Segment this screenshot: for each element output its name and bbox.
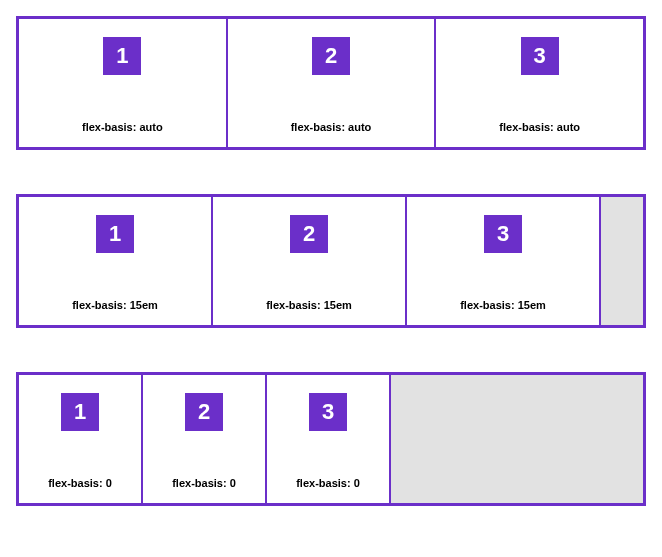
flex-example-zero: 1 flex-basis: 0 2 flex-basis: 0 3 flex-b…	[16, 372, 646, 506]
flex-item: 3 flex-basis: 0	[267, 375, 391, 503]
item-caption: flex-basis: auto	[82, 121, 163, 133]
flex-item: 2 flex-basis: 15em	[213, 197, 407, 325]
item-number-badge: 3	[309, 393, 347, 431]
item-number-badge: 1	[61, 393, 99, 431]
flex-example-auto: 1 flex-basis: auto 2 flex-basis: auto 3 …	[16, 16, 646, 150]
item-number-badge: 3	[484, 215, 522, 253]
item-number-badge: 1	[96, 215, 134, 253]
item-caption: flex-basis: 0	[48, 477, 112, 489]
flex-item: 2 flex-basis: auto	[228, 19, 437, 147]
flex-example-15em: 1 flex-basis: 15em 2 flex-basis: 15em 3 …	[16, 194, 646, 328]
flex-item: 1 flex-basis: auto	[19, 19, 228, 147]
flex-item: 2 flex-basis: 0	[143, 375, 267, 503]
flex-item: 1 flex-basis: 0	[19, 375, 143, 503]
item-caption: flex-basis: auto	[291, 121, 372, 133]
item-number-badge: 1	[103, 37, 141, 75]
flex-item: 3 flex-basis: auto	[436, 19, 643, 147]
item-caption: flex-basis: 15em	[266, 299, 352, 311]
flex-item: 1 flex-basis: 15em	[19, 197, 213, 325]
flex-item: 3 flex-basis: 15em	[407, 197, 601, 325]
item-caption: flex-basis: 15em	[72, 299, 158, 311]
item-number-badge: 3	[521, 37, 559, 75]
item-caption: flex-basis: 15em	[460, 299, 546, 311]
item-caption: flex-basis: 0	[172, 477, 236, 489]
item-number-badge: 2	[312, 37, 350, 75]
item-caption: flex-basis: 0	[296, 477, 360, 489]
item-number-badge: 2	[185, 393, 223, 431]
item-caption: flex-basis: auto	[499, 121, 580, 133]
item-number-badge: 2	[290, 215, 328, 253]
